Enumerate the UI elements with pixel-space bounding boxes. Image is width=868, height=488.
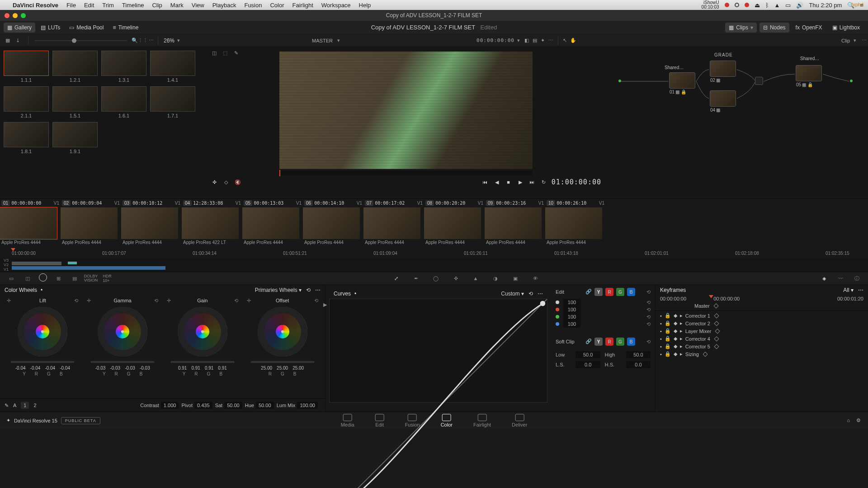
channel-r-button[interactable]: R (605, 288, 613, 296)
stop-button[interactable]: ■ (505, 178, 513, 186)
menu-workspace[interactable]: Workspace (321, 2, 351, 9)
camera-raw-icon[interactable]: ▭ (6, 273, 16, 283)
hdr-icon[interactable]: HDR10+ (102, 273, 112, 283)
lock-icon[interactable]: 🔒 (665, 320, 671, 326)
sizing-icon[interactable]: ▣ (510, 273, 520, 283)
reset-icon[interactable]: ⟲ (314, 298, 318, 304)
clip-09[interactable]: 0900:00:23:16V1Apple ProRes 4444 (485, 199, 545, 248)
prev-clip-button[interactable]: ⏮ (481, 178, 489, 186)
lock-icon[interactable]: 🔒 (665, 336, 671, 342)
lock-icon[interactable]: 🔒 (665, 351, 671, 357)
still-1.2.1[interactable]: 1.2.1 (52, 51, 98, 83)
still-1.7.1[interactable]: 1.7.1 (150, 86, 195, 118)
still-2.1.1[interactable]: 2.1.1 (4, 86, 49, 118)
menu-view[interactable]: View (192, 2, 204, 9)
gain-master-slider[interactable] (171, 361, 234, 363)
node-options-icon[interactable]: ⋯ (860, 37, 868, 45)
node-scope[interactable]: Clip (841, 38, 850, 43)
expand-icon[interactable]: ▸ (680, 351, 683, 357)
reset-icon[interactable]: ⟲ (74, 298, 78, 304)
clip-thumbnail-strip[interactable]: 0100:00:00:00V1Apple ProRes 44440200:00:… (0, 198, 868, 248)
kf-row-layer-mixer[interactable]: •🔒◆▸Layer Mixer (656, 327, 868, 335)
menu-file[interactable]: File (66, 2, 76, 9)
menu-timeline[interactable]: Timeline (122, 2, 144, 9)
clip-10[interactable]: 1000:00:26:10V1Apple ProRes 4444 (545, 199, 606, 248)
pick-white-icon[interactable]: A (13, 403, 16, 408)
color-wheels-icon[interactable] (39, 273, 47, 282)
curve-play-icon[interactable]: ▶ (323, 302, 327, 308)
keyframe-marker-icon[interactable] (715, 328, 720, 333)
app-name[interactable]: DaVinci Resolve (13, 2, 58, 9)
expand-icon[interactable]: ▸ (680, 328, 683, 334)
kf-master[interactable]: Master (694, 303, 710, 309)
expand-icon[interactable]: ▸ (680, 320, 683, 326)
kf-row-corrector-5[interactable]: •🔒◆▸Corrector 5 (656, 343, 868, 350)
kf-row-corrector-2[interactable]: •🔒◆▸Corrector 2 (656, 319, 868, 327)
scopes-icon[interactable]: 〰 (835, 273, 845, 283)
toolbar-nodes[interactable]: ⊟Nodes (760, 23, 789, 33)
clip-07[interactable]: 0700:00:17:02V1Apple ProRes 4444 (363, 199, 424, 248)
keyframe-marker-icon[interactable] (714, 344, 719, 349)
zoom-window-button[interactable] (21, 13, 26, 18)
intensity-reset-icon[interactable]: ⟲ (646, 307, 651, 313)
reverse-button[interactable]: ◀ (493, 178, 501, 186)
play-button[interactable]: ▶ (516, 178, 524, 186)
viewer-scrubber[interactable] (279, 171, 533, 175)
key-icon[interactable]: ◑ (491, 273, 500, 283)
home-icon[interactable]: ⌂ (847, 418, 850, 423)
intensity-value[interactable]: 100 (563, 299, 581, 306)
menu-fusion[interactable]: Fusion (244, 2, 262, 9)
still-export-icon[interactable]: ⤓ (14, 37, 22, 45)
options-icon[interactable]: ⋯ (147, 37, 155, 45)
lift-wheel[interactable] (18, 307, 67, 357)
status-circle-icon[interactable] (735, 3, 739, 7)
mute-icon[interactable]: 🔇 (234, 178, 242, 186)
menu-clip[interactable]: Clip (152, 2, 162, 9)
param-contrast[interactable]: 1.000 (161, 402, 179, 409)
still-1.1.1[interactable]: 1.1.1 (4, 51, 49, 83)
sc-High[interactable]: 50.0 (626, 351, 651, 358)
menu-fairlight[interactable]: Fairlight (292, 2, 313, 9)
menu-trim[interactable]: Trim (102, 2, 114, 9)
kf-row-corrector-1[interactable]: •🔒◆▸Corrector 1 (656, 312, 868, 319)
channel-b-button[interactable]: B (627, 288, 635, 296)
keyframes-icon[interactable]: ◈ (819, 273, 829, 283)
curves-icon[interactable]: ⤢ (391, 273, 401, 283)
lock-icon[interactable]: 🔒 (665, 343, 671, 349)
primaries-mode[interactable]: Primaries Wheels (255, 287, 297, 293)
close-window-button[interactable] (5, 13, 9, 18)
sc-Low[interactable]: 50.0 (576, 351, 600, 358)
keyframe-marker-icon[interactable] (714, 321, 719, 326)
bluetooth-icon[interactable]: ᛒ (765, 2, 769, 9)
parallel-mixer-node[interactable] (755, 77, 763, 85)
offset-master-slider[interactable] (251, 361, 314, 363)
viewer-options-icon[interactable]: ⋯ (547, 37, 555, 45)
gain-wheel[interactable] (178, 307, 227, 357)
highlight-icon[interactable]: ✦ (539, 37, 547, 45)
window-icon[interactable]: ◯ (431, 273, 441, 283)
page-fairlight[interactable]: Fairlight (473, 414, 491, 427)
split-screen-icon[interactable]: ▤ (531, 37, 539, 45)
viewer-wand-icon[interactable]: ✎ (232, 49, 240, 57)
node-02[interactable]: 02 ▦ (710, 61, 736, 77)
offset-wheel[interactable] (258, 307, 307, 357)
expand-icon[interactable]: ▸ (680, 336, 683, 342)
clip-01[interactable]: 0100:00:00:00V1Apple ProRes 4444 (0, 199, 61, 248)
kf-row-sizing[interactable]: •🔒◆▸Sizing (656, 350, 868, 358)
picker-icon[interactable]: ✛ (87, 298, 91, 304)
unmix-icon[interactable]: ◇ (222, 178, 230, 186)
wheel-page-1[interactable]: 1 (21, 402, 29, 409)
kf-row-corrector-4[interactable]: •🔒◆▸Corrector 4 (656, 335, 868, 343)
node-editor[interactable]: GRADE Shared… Shared… 01 ▦ 🔒 02 ▦ 04 ▦ 0… (606, 47, 868, 198)
tracker-icon[interactable]: ✜ (451, 273, 461, 283)
viewer-tc-field[interactable]: 00:00:00:00 (476, 38, 514, 43)
picker-icon[interactable]: ✛ (247, 298, 251, 304)
toolbar-openfx[interactable]: fxOpenFX (792, 23, 826, 33)
channel-g-button[interactable]: G (616, 288, 624, 296)
image-wipe-icon[interactable]: ◧ (523, 37, 531, 45)
next-clip-button[interactable]: ⏭ (528, 178, 536, 186)
still-grab-icon[interactable]: ▦ (4, 37, 12, 45)
lift-master-slider[interactable] (11, 361, 74, 363)
expand-icon[interactable]: ▸ (680, 313, 683, 319)
timeline-ruler[interactable]: 01:00:00:0001:00:17:0701:00:34:1401:00:5… (0, 248, 868, 258)
